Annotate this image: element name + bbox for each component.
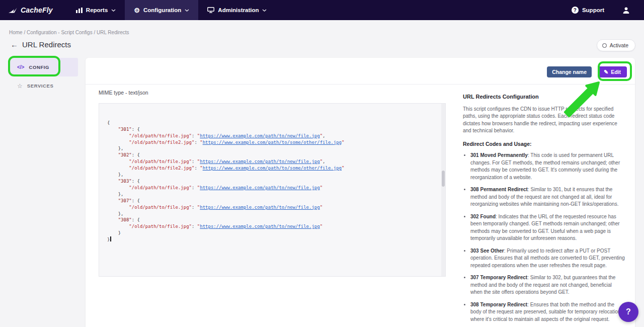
code-line: } (107, 230, 437, 236)
docs-panel: URL Redirects Configuration This script … (463, 93, 625, 327)
code-content: { "301": { "/old/path/to/file.jpg": "htt… (107, 120, 437, 243)
edit-button[interactable]: ✎ Edit (598, 66, 627, 77)
nav-reports-label: Reports (86, 7, 108, 13)
docs-codes-heading: Redirect Codes and Usage: (463, 140, 625, 148)
code-line: } (107, 236, 437, 243)
change-name-button[interactable]: Change name (547, 66, 592, 77)
text-cursor (110, 236, 111, 241)
code-line: "/old/path/to/file2.jpg": "https://www.e… (107, 165, 437, 172)
sidebar-item-services[interactable]: ☆ SERVICES (10, 76, 78, 95)
chevron-down-icon (262, 9, 267, 12)
brand-name: CacheFly (21, 6, 53, 14)
sidebar-config-label: CONFIG (29, 64, 49, 70)
monitor-icon (207, 7, 214, 13)
star-icon: ☆ (17, 83, 23, 89)
activate-label: Activate (610, 42, 628, 48)
code-line: "301": { (107, 126, 437, 133)
nav-administration-label: Administration (218, 7, 259, 13)
sidebar-services-label: SERVICES (27, 83, 54, 89)
code-line: "303": { (107, 178, 437, 185)
gear-icon: ⚙ (134, 7, 140, 14)
user-icon (622, 7, 630, 14)
code-line: }, (107, 211, 437, 217)
redirect-code-item: 303 See Other: Primarily used to redirec… (470, 248, 625, 270)
code-brackets-icon: </> (17, 64, 24, 70)
activate-ring-icon (602, 43, 607, 48)
redirect-code-item: 302 Found: Indicates that the URL of the… (470, 213, 625, 242)
code-line: "307": { (107, 198, 437, 204)
redirect-codes-list: 301 Moved Permanently: This code is used… (463, 152, 625, 323)
edit-label: Edit (611, 69, 621, 75)
breadcrumb[interactable]: Home / Configuration - Script Configs / … (9, 30, 129, 35)
sidebar-item-config[interactable]: </> CONFIG (10, 58, 78, 76)
code-line: }, (107, 172, 437, 178)
help-fab-button[interactable]: ? (618, 302, 638, 322)
code-line: "/old/path/to/file.jpg": "https://www.ex… (107, 158, 437, 165)
nav-account[interactable] (613, 0, 639, 20)
redirect-code-item: 308 Temporary Redirect: Ensures that bot… (470, 301, 625, 323)
question-mark-icon: ? (626, 307, 631, 316)
code-line: }, (107, 145, 437, 152)
chevron-down-icon (111, 9, 116, 12)
cachefly-wing-icon (8, 7, 18, 14)
nav-configuration[interactable]: ⚙ Configuration (125, 0, 198, 20)
code-line: }, (107, 191, 437, 198)
code-scrollbar-track[interactable] (441, 104, 445, 276)
nav-administration[interactable]: Administration (198, 0, 276, 20)
docs-title: URL Redirects Configuration (463, 93, 625, 101)
help-circle-icon: ? (572, 7, 579, 14)
code-line: "302": { (107, 152, 437, 158)
back-arrow-icon[interactable]: ← (11, 40, 18, 49)
pencil-icon: ✎ (604, 69, 608, 75)
bar-chart-icon (76, 8, 83, 13)
code-line: "/old/path/to/file.jpg": "https://www.ex… (107, 185, 437, 191)
nav-support[interactable]: ? Support (562, 0, 613, 20)
nav-reports[interactable]: Reports (67, 0, 125, 20)
code-line: "/old/path/to/file2.jpg": "https://www.e… (107, 139, 437, 146)
code-line: "/old/path/to/file.jpg": "https://www.ex… (107, 223, 437, 230)
docs-intro: This script configures the CDN to issue … (463, 106, 625, 135)
navbar-right: ? Support (562, 0, 644, 20)
code-line: "/old/path/to/file.jpg": "https://www.ex… (107, 133, 437, 139)
redirect-code-item: 307 Temporary Redirect: Similar to 302, … (470, 274, 625, 296)
card-header-divider (86, 84, 635, 85)
code-editor[interactable]: { "301": { "/old/path/to/file.jpg": "htt… (99, 103, 446, 277)
mime-type-label: MIME type - text/json (99, 90, 148, 96)
redirect-code-item: 301 Moved Permanently: This code is used… (470, 152, 625, 181)
code-line: "/old/path/to/file.jpg": "https://www.ex… (107, 204, 437, 211)
code-line: { (107, 120, 437, 126)
brand-logo[interactable]: CacheFly (0, 0, 67, 20)
page-title: URL Redirects (22, 40, 71, 49)
nav-support-label: Support (582, 7, 604, 13)
activate-button[interactable]: Activate (597, 39, 635, 51)
chevron-down-icon (185, 9, 189, 12)
nav-configuration-label: Configuration (143, 7, 181, 13)
change-name-label: Change name (552, 69, 587, 75)
code-line: "308": { (107, 217, 437, 223)
redirect-code-item: 308 Permanent Redirect: Similar to 301, … (470, 186, 625, 208)
config-card: Change name ✎ Edit MIME type - text/json… (86, 58, 635, 327)
top-navbar: CacheFly Reports ⚙ Configuration Adminis… (0, 0, 644, 20)
code-scrollbar-thumb[interactable] (442, 171, 445, 187)
